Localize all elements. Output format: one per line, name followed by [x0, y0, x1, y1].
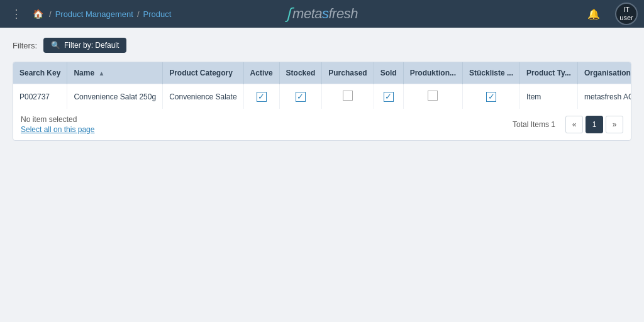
cell-stuckliste: ✓ [462, 84, 519, 109]
col-produktion[interactable]: Produktion... [403, 62, 462, 84]
col-product-category[interactable]: Product Category [163, 62, 243, 84]
col-search-key[interactable]: Search Key [13, 62, 67, 84]
selection-info: No item selected Select all on this page [21, 115, 94, 134]
cell-produktion [403, 84, 462, 109]
pagination-prev-button[interactable]: « [565, 116, 583, 133]
col-product-type[interactable]: Product Ty... [520, 62, 578, 84]
cell-active: ✓ [243, 84, 279, 109]
product-table-wrapper: Search Key Name ▲ Product Category Activ… [13, 62, 631, 141]
active-filter-badge[interactable]: 🔍 Filter by: Default [43, 38, 126, 53]
checkbox-active-checked: ✓ [257, 92, 267, 102]
page-number: 1 [592, 120, 597, 129]
breadcrumb-separator: / [49, 9, 52, 19]
breadcrumb-product-management[interactable]: Product Management [55, 9, 133, 19]
table-header: Search Key Name ▲ Product Category Activ… [13, 62, 631, 84]
table-row[interactable]: P002737 Convenience Salat 250g Convenien… [13, 84, 631, 109]
menu-dots-button[interactable]: ⋮ [6, 4, 26, 24]
checkbox-purchased-unchecked [343, 91, 353, 101]
main-content: Filters: 🔍 Filter by: Default Search Key… [0, 28, 644, 151]
dots-icon: ⋮ [11, 7, 22, 21]
top-navigation: ⋮ 🏠 / Product Management / Product ʃ met… [0, 0, 644, 28]
cell-product-type: Item [520, 84, 578, 109]
pagination-page-1-button[interactable]: 1 [586, 116, 603, 133]
checkbox-sold-checked: ✓ [384, 92, 394, 102]
table-footer: No item selected Select all on this page… [13, 109, 631, 140]
checkbox-stocked-checked: ✓ [296, 92, 306, 102]
cell-search-key: P002737 [13, 84, 67, 109]
cell-name: Convenience Salat 250g [67, 84, 163, 109]
home-icon: 🏠 [33, 9, 43, 19]
col-sold[interactable]: Sold [374, 62, 403, 84]
breadcrumb: / Product Management / Product [49, 9, 171, 19]
pagination: « 1 » [565, 116, 623, 133]
col-stocked[interactable]: Stocked [279, 62, 322, 84]
next-icon: » [613, 120, 617, 129]
cell-organisation: metasfresh AG [577, 84, 631, 109]
filter-badge-label: Filter by: Default [64, 41, 119, 50]
col-purchased[interactable]: Purchased [322, 62, 374, 84]
home-button[interactable]: 🏠 [29, 5, 47, 23]
checkbox-produktion-unchecked [428, 91, 438, 101]
filter-icon: 🔍 [51, 41, 60, 50]
col-organisation[interactable]: Organisation [577, 62, 631, 84]
avatar-initials: ITuser [619, 6, 633, 22]
user-avatar[interactable]: ITuser [615, 3, 638, 25]
no-item-selected-label: No item selected [21, 115, 94, 124]
filters-label: Filters: [13, 41, 37, 50]
checkbox-stuckliste-checked: ✓ [486, 92, 496, 102]
col-active[interactable]: Active [243, 62, 279, 84]
col-name[interactable]: Name ▲ [67, 62, 163, 84]
prev-icon: « [572, 120, 577, 129]
select-all-link[interactable]: Select all on this page [21, 125, 94, 134]
breadcrumb-separator: / [137, 9, 140, 19]
col-stuckliste[interactable]: Stückliste ... [462, 62, 519, 84]
total-items-label: Total Items 1 [513, 120, 555, 129]
filters-bar: Filters: 🔍 Filter by: Default [13, 38, 631, 53]
pagination-next-button[interactable]: » [606, 116, 623, 133]
cell-purchased [322, 84, 374, 109]
product-table: Search Key Name ▲ Product Category Activ… [13, 62, 631, 109]
cell-sold: ✓ [374, 84, 403, 109]
table-body: P002737 Convenience Salat 250g Convenien… [13, 84, 631, 109]
notification-bell-icon[interactable]: 🔔 [587, 8, 600, 20]
app-logo: metasfresh [292, 6, 358, 22]
cell-stocked: ✓ [279, 84, 322, 109]
breadcrumb-product[interactable]: Product [143, 9, 172, 19]
sort-asc-icon: ▲ [98, 70, 104, 77]
cell-product-category: Convenience Salate [163, 84, 243, 109]
